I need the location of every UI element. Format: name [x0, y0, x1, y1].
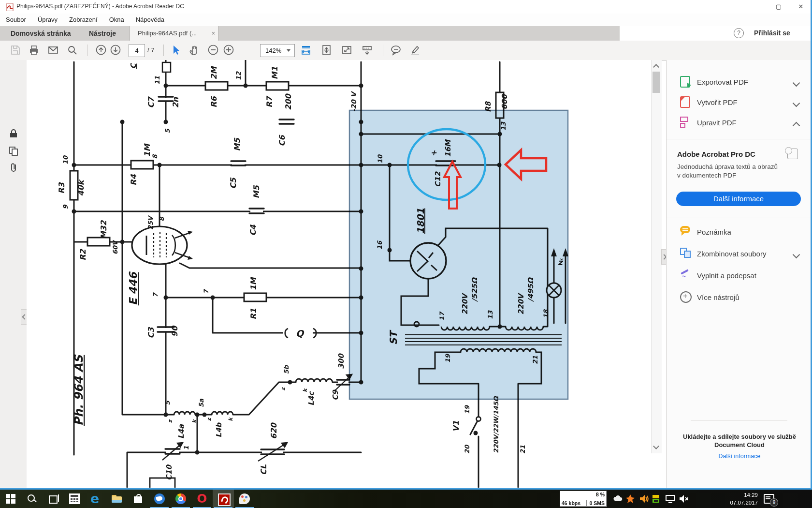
menu-bar: SouborÚpravyZobrazeníOknaNápověda: [0, 14, 812, 26]
taskbar-app-edge[interactable]: e: [85, 490, 106, 508]
file-explorer-icon: [112, 493, 122, 504]
schematic-label: R1: [249, 308, 258, 319]
pages-icon[interactable]: [9, 146, 18, 156]
network-display-icon[interactable]: [665, 494, 675, 504]
hand-tool-icon[interactable]: [188, 45, 200, 56]
chevron-up-icon[interactable]: [793, 122, 800, 130]
menu-zobrazeni[interactable]: Zobrazení: [63, 14, 103, 26]
chevron-down-icon[interactable]: [793, 100, 800, 107]
maximize-button[interactable]: ▢: [768, 0, 790, 14]
menu-upravy[interactable]: Úpravy: [32, 14, 63, 26]
scrollbar-track[interactable]: [651, 60, 662, 453]
acrobat-file-icon: [6, 3, 14, 11]
panel-footer: Ukládejte a sdílejte soubory ve službě D…: [667, 433, 812, 460]
save-icon[interactable]: [10, 45, 21, 56]
tools-panel: Exportovat PDFVytvořit PDFUpravit PDF Ad…: [666, 60, 812, 488]
highlight-region: [349, 110, 568, 399]
phone-icon[interactable]: [652, 494, 661, 504]
fit-width-icon[interactable]: [301, 45, 312, 56]
tool-edit-pdf[interactable]: Upravit PDF: [667, 115, 812, 132]
junction-dot: [195, 450, 200, 455]
taskbar-app-file-explorer[interactable]: [106, 490, 128, 508]
lock-icon[interactable]: [9, 129, 18, 138]
taskbar-app-opera[interactable]: O: [191, 490, 213, 508]
menu-okna[interactable]: Okna: [103, 14, 130, 26]
zoom-level-select[interactable]: 142%: [260, 44, 295, 57]
promo-desc-line2: v dokumentech PDF: [677, 172, 736, 179]
zoom-out-icon[interactable]: [208, 45, 219, 56]
close-button[interactable]: ✕: [790, 0, 812, 14]
widget-kbps: 46 kbps: [562, 500, 580, 506]
tool-more-tools[interactable]: Více nástrojů: [667, 290, 812, 306]
scroll-down-icon[interactable]: [653, 444, 659, 449]
schematic-label: L4b: [215, 422, 223, 437]
search-icon[interactable]: [67, 45, 78, 56]
print-icon[interactable]: [28, 45, 40, 56]
more-tools-icon: [680, 291, 692, 303]
fullscreen-icon[interactable]: [341, 45, 353, 56]
taskbar-app-thunderbird[interactable]: [149, 490, 170, 508]
tool-comment[interactable]: Poznámka: [667, 224, 812, 241]
divider: [667, 139, 812, 139]
tab-document[interactable]: Philips-964AS.pdf (... ×: [130, 26, 218, 41]
help-icon[interactable]: ?: [734, 28, 744, 38]
schematic-label: 600: [500, 94, 509, 110]
onedrive-cloud-icon[interactable]: [613, 494, 623, 504]
divider: [691, 420, 787, 421]
highlight-icon[interactable]: [410, 45, 421, 56]
paint-icon: [239, 493, 250, 504]
taskbar-app-search[interactable]: [21, 490, 43, 508]
select-tool-icon[interactable]: [170, 45, 182, 56]
tool-label: Poznámka: [697, 228, 731, 236]
schematic-label: 25V: [147, 215, 154, 230]
page-up-icon[interactable]: [96, 45, 107, 56]
page-down-icon[interactable]: [110, 45, 122, 56]
junction-dot: [203, 413, 207, 417]
taskbar-app-acrobat[interactable]: [213, 490, 234, 508]
pdf-page-canvas[interactable]: C11C72nR62M12M1R75C620010R340k9R41M8C5M5…: [27, 60, 651, 488]
opera-icon: O: [197, 493, 207, 504]
taskbar-app-chrome[interactable]: [170, 490, 191, 508]
page-number-input[interactable]: 4: [129, 44, 145, 57]
taskbar-app-task-view[interactable]: [43, 490, 64, 508]
scrollbar-thumb[interactable]: [652, 72, 660, 93]
taskbar-app-calculator[interactable]: [64, 490, 85, 508]
avast-icon[interactable]: [625, 494, 635, 504]
attachment-icon[interactable]: [9, 163, 18, 173]
tool-create-pdf[interactable]: Vytvořit PDF: [667, 95, 812, 111]
fit-page-icon[interactable]: [321, 45, 333, 56]
tool-fill-sign[interactable]: Vyplnit a podepsat: [667, 268, 812, 284]
window-title: Philips-964AS.pdf (ZABEZPEČENÝ) - Adobe …: [16, 3, 184, 10]
toolbar-separator: [163, 45, 164, 56]
zoom-in-icon[interactable]: [223, 45, 235, 56]
schematic-label: M32: [99, 220, 108, 239]
presentation-icon[interactable]: [362, 45, 373, 56]
tab-close-icon[interactable]: ×: [212, 26, 215, 41]
menu-soubor[interactable]: Soubor: [0, 14, 32, 26]
tab-home[interactable]: Domovská stránka: [3, 26, 79, 41]
tool-combine[interactable]: Zkombinovat soubory: [667, 246, 812, 263]
schematic-label: 90: [170, 325, 179, 337]
email-icon[interactable]: [47, 45, 59, 56]
taskbar-app-paint[interactable]: [234, 490, 255, 508]
task-view-icon: [48, 493, 58, 504]
taskbar-app-store[interactable]: [128, 490, 149, 508]
chevron-down-icon[interactable]: [793, 251, 800, 259]
schematic-label: E 446: [127, 271, 139, 305]
chevron-down-icon[interactable]: [793, 79, 800, 87]
tool-export-pdf[interactable]: Exportovat PDF: [667, 75, 812, 91]
more-info-button[interactable]: Další informace: [676, 192, 801, 206]
fill-sign-icon: [680, 269, 691, 280]
minimize-button[interactable]: —: [745, 0, 768, 14]
scroll-up-icon[interactable]: [653, 63, 659, 69]
menu-napoveda[interactable]: Nápověda: [130, 14, 170, 26]
footer-more-info-link[interactable]: Další informace: [667, 453, 812, 460]
mute-icon[interactable]: [679, 494, 688, 504]
volume-orange-icon[interactable]: [639, 494, 649, 504]
sign-in-link[interactable]: Přihlásit se: [754, 29, 790, 37]
taskbar-clock[interactable]: 14:29 07.07.2017: [724, 491, 758, 507]
schematic-label: 40k: [76, 179, 86, 196]
tab-tools[interactable]: Nástroje: [81, 26, 124, 41]
comment-icon[interactable]: [391, 45, 402, 56]
taskbar-app-start[interactable]: [0, 490, 21, 508]
